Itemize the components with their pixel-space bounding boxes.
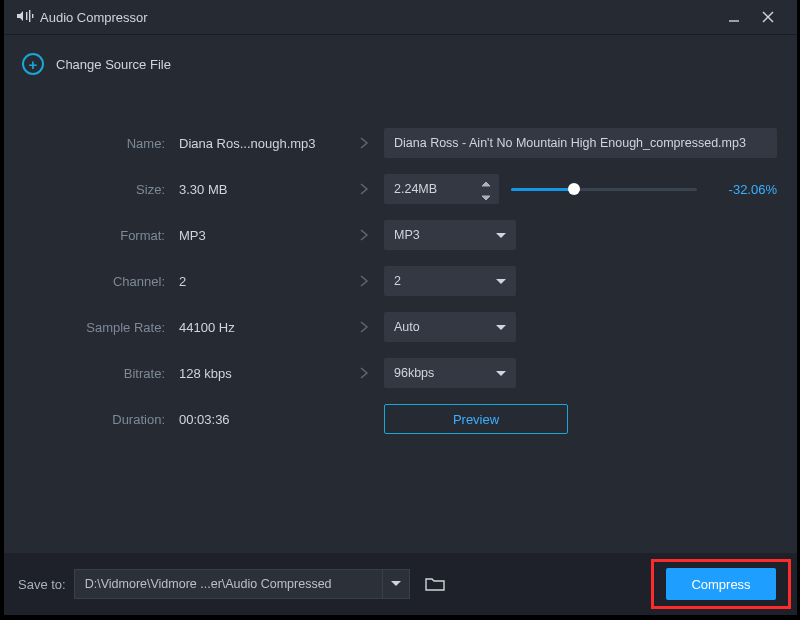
row-duration: Duration: 00:03:36 Preview [24,396,777,442]
label-channel: Channel: [24,274,179,289]
chevron-down-icon [496,274,506,288]
arrow-icon [344,228,384,242]
source-size: 3.30 MB [179,182,344,197]
svg-rect-2 [32,14,33,18]
label-name: Name: [24,136,179,151]
minimize-button[interactable] [717,0,751,34]
open-folder-button[interactable] [420,569,450,599]
source-sample-rate: 44100 Hz [179,320,344,335]
preview-button[interactable]: Preview [384,404,568,434]
row-format: Format: MP3 MP3 [24,212,777,258]
bottom-bar: Save to: D:\Vidmore\Vidmore ...er\Audio … [4,553,797,615]
change-source-label: Change Source File [56,57,171,72]
bitrate-select[interactable]: 96kbps [384,358,516,388]
compress-highlight: Compress [651,559,791,609]
source-bitrate: 128 kbps [179,366,344,381]
svg-rect-0 [26,12,27,20]
row-sample-rate: Sample Rate: 44100 Hz Auto [24,304,777,350]
label-size: Size: [24,182,179,197]
arrow-icon [344,320,384,334]
close-button[interactable] [751,0,785,34]
arrow-icon [344,366,384,380]
save-path-dropdown[interactable] [382,569,410,599]
sample-rate-select[interactable]: Auto [384,312,516,342]
chevron-down-icon [496,320,506,334]
change-source-button[interactable]: + Change Source File [4,35,797,89]
compress-button[interactable]: Compress [666,568,776,600]
channel-select-value: 2 [394,274,401,288]
window: Audio Compressor + Change Source File Na… [4,0,797,615]
channel-select[interactable]: 2 [384,266,516,296]
plus-circle-icon: + [22,53,44,75]
row-bitrate: Bitrate: 128 kbps 96kbps [24,350,777,396]
source-channel: 2 [179,274,344,289]
title-bar: Audio Compressor [4,0,797,34]
row-size: Size: 3.30 MB 2.24MB [24,166,777,212]
label-duration: Duration: [24,412,179,427]
arrow-icon [344,136,384,150]
chevron-down-icon [496,228,506,242]
app-icon [16,9,34,26]
size-change-pct: -32.06% [709,182,777,197]
bitrate-select-value: 96kbps [394,366,434,380]
form: Name: Diana Ros...nough.mp3 Diana Ross -… [24,120,777,442]
label-sample-rate: Sample Rate: [24,320,179,335]
source-duration: 00:03:36 [179,412,344,427]
row-channel: Channel: 2 2 [24,258,777,304]
arrow-icon [344,182,384,196]
svg-rect-1 [29,10,30,22]
size-slider[interactable] [511,174,697,204]
spinner-up-icon[interactable] [481,176,495,190]
target-name-input[interactable]: Diana Ross - Ain't No Mountain High Enou… [384,128,777,158]
format-select-value: MP3 [394,228,420,242]
target-size-value: 2.24MB [394,182,437,196]
row-name: Name: Diana Ros...nough.mp3 Diana Ross -… [24,120,777,166]
chevron-down-icon [496,366,506,380]
label-bitrate: Bitrate: [24,366,179,381]
sample-rate-select-value: Auto [394,320,420,334]
save-to-label: Save to: [18,577,66,592]
source-format: MP3 [179,228,344,243]
label-format: Format: [24,228,179,243]
target-size-spinner[interactable]: 2.24MB [384,174,499,204]
source-name: Diana Ros...nough.mp3 [179,136,344,151]
save-path-box[interactable]: D:\Vidmore\Vidmore ...er\Audio Compresse… [74,569,382,599]
app-title: Audio Compressor [40,10,148,25]
format-select[interactable]: MP3 [384,220,516,250]
arrow-icon [344,274,384,288]
spinner-down-icon[interactable] [481,190,495,204]
